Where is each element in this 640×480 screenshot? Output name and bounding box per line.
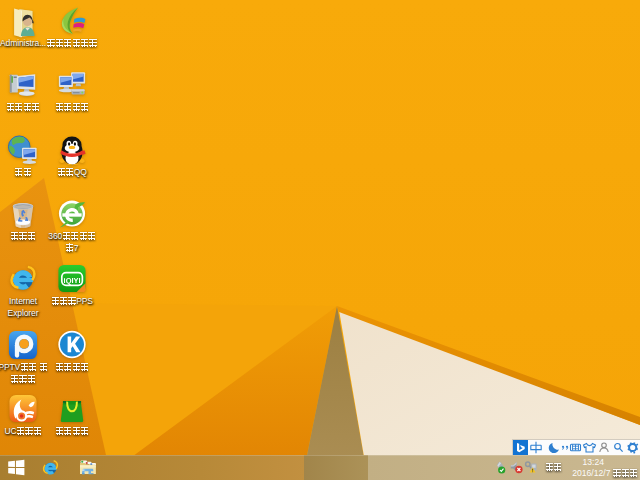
svg-text:iQIYI: iQIYI — [64, 276, 81, 285]
